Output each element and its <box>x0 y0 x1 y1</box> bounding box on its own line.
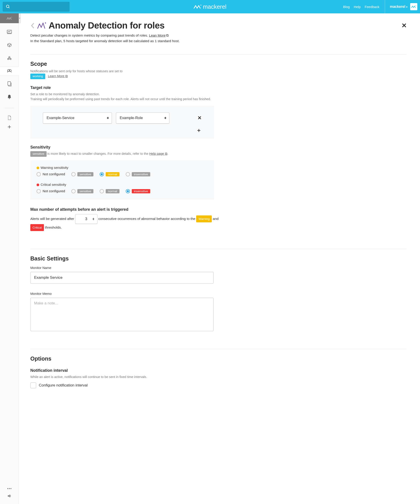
sidebar-item-dashboards[interactable] <box>0 28 19 36</box>
svg-point-20 <box>11 488 11 489</box>
status-badge-working: working <box>30 74 45 79</box>
sidebar-more-icon[interactable] <box>7 488 12 489</box>
sidebar-item-new-doc[interactable] <box>0 115 19 121</box>
attempts-text: Alerts will be generated after 3 consecu… <box>30 214 224 231</box>
critical-radio-sensitive[interactable] <box>71 189 76 193</box>
learn-more-link[interactable]: Lean More⧉ <box>149 33 168 37</box>
service-select[interactable]: Example-Service <box>43 112 112 124</box>
sensitivity-heading: Sensitivity <box>30 145 407 150</box>
sensitive-badge: sensitive <box>30 151 47 157</box>
svg-point-3 <box>415 6 416 6</box>
external-link-icon: ⧉ <box>65 74 68 78</box>
svg-point-9 <box>10 58 11 60</box>
sidebar-collapse-icon[interactable] <box>7 495 11 497</box>
svg-point-4 <box>11 17 12 18</box>
scope-note: Notifications will be sent only for host… <box>30 69 407 79</box>
search-icon <box>6 5 10 9</box>
svg-point-2 <box>201 5 201 6</box>
attempts-value: 3 <box>85 215 87 223</box>
org-avatar <box>410 3 417 10</box>
back-chevron-icon[interactable] <box>30 23 35 29</box>
target-note: Set a role to be monitored by anomaly de… <box>30 92 224 102</box>
critical-threshold-badge: Critical <box>30 224 44 231</box>
help-page-link[interactable]: Help page ⧉ <box>149 152 167 156</box>
basic-settings-heading: Basic Settings <box>30 255 407 262</box>
critical-radio-normal[interactable] <box>100 189 104 193</box>
sidebar-item-monitors[interactable] <box>0 66 19 75</box>
svg-point-19 <box>9 488 10 489</box>
target-role-heading: Target role <box>30 85 407 90</box>
sidebar-item-alerts[interactable] <box>0 92 19 101</box>
target-role-panel: Example-Service Example-Role ✕ ＋ <box>30 106 214 139</box>
scope-learn-more-link[interactable]: Learn More ⧉ <box>48 74 68 78</box>
brand-text: mackerel <box>203 3 226 10</box>
add-role-icon[interactable]: ＋ <box>43 127 201 134</box>
anomaly-icon <box>37 22 46 30</box>
monitor-name-label: Monitor Name <box>30 266 407 270</box>
warning-sensitivity-label: Warning sensitivity <box>36 166 208 169</box>
sidebar-item-channels[interactable] <box>0 79 19 88</box>
warning-radio-none[interactable] <box>36 172 41 176</box>
remove-role-icon[interactable]: ✕ <box>197 115 201 121</box>
blog-link[interactable]: Blog <box>343 5 350 9</box>
svg-point-22 <box>45 22 46 24</box>
notification-interval-note: While an alert is active, notifications … <box>30 374 407 379</box>
notification-interval-checkbox-label: Configure notification interval <box>39 383 88 388</box>
svg-line-13 <box>11 71 11 72</box>
role-select[interactable]: Example-Role <box>116 112 169 124</box>
warning-radio-insensitive[interactable] <box>126 172 130 176</box>
page-title: Anomaly Detection for roles <box>49 20 165 30</box>
warning-threshold-badge: Warning <box>196 216 212 222</box>
sidebar-item-hosts[interactable] <box>0 41 19 49</box>
critical-radio-none[interactable] <box>36 189 41 193</box>
help-link[interactable]: Help <box>354 5 361 9</box>
svg-line-12 <box>7 71 8 72</box>
critical-sensitivity-label: Critical sensitivity <box>36 183 208 186</box>
critical-radio-insensitive[interactable] <box>126 189 130 193</box>
search-input[interactable] <box>3 2 70 12</box>
org-switcher[interactable]: mackerel▼ <box>385 0 417 13</box>
warning-radio-normal[interactable] <box>100 172 104 176</box>
org-name: mackerel <box>390 5 405 8</box>
svg-point-0 <box>6 5 9 8</box>
sensitivity-panel: Warning sensitivity Not configured sensi… <box>30 160 214 200</box>
external-link-icon: ⧉ <box>165 152 167 156</box>
monitor-name-value: Example Service <box>34 276 63 280</box>
monitor-name-input[interactable]: Example Service <box>30 272 213 284</box>
main-content: Anomaly Detection for roles ✕ Detect pec… <box>19 13 420 504</box>
sidebar-org-icon[interactable] <box>0 13 19 23</box>
monitor-memo-input[interactable]: Make a note... <box>30 298 213 331</box>
warning-sensitivity-options: Not configured sensitive normal insensit… <box>36 172 208 176</box>
mackerel-logo-icon <box>194 4 201 10</box>
close-icon[interactable]: ✕ <box>402 22 407 29</box>
role-select-value: Example-Role <box>120 116 143 120</box>
svg-rect-14 <box>8 82 11 85</box>
attempts-heading: Max number of attempts before an alert i… <box>30 207 407 212</box>
topbar-links: Blog Help Feedback mackerel▼ <box>343 0 417 13</box>
monitor-memo-label: Monitor Memo <box>30 292 407 295</box>
svg-point-18 <box>7 488 8 489</box>
critical-sensitivity-options: Not configured sensitive normal insensit… <box>36 189 208 193</box>
intro-text: Detect peculiar changes in system metric… <box>30 33 407 44</box>
svg-point-15 <box>9 98 10 99</box>
svg-point-8 <box>7 58 9 60</box>
brand-logo[interactable]: mackerel <box>194 3 226 10</box>
svg-line-1 <box>9 7 10 8</box>
select-caret-icon <box>107 117 109 119</box>
chevron-down-icon <box>19 18 20 19</box>
select-caret-icon <box>165 117 166 119</box>
service-select-value: Example-Service <box>47 116 74 120</box>
scope-heading: Scope <box>30 61 407 67</box>
external-link-icon: ⧉ <box>166 33 169 38</box>
attempts-select[interactable]: 3 <box>75 214 97 224</box>
sidebar-item-add[interactable] <box>0 125 19 129</box>
notification-interval-checkbox[interactable] <box>30 383 36 388</box>
sensitivity-note: sensitive is more likely to react to sma… <box>30 151 224 157</box>
feedback-link[interactable]: Feedback <box>365 5 379 9</box>
options-heading: Options <box>30 355 407 362</box>
sidebar-item-services[interactable] <box>0 54 19 62</box>
warning-radio-sensitive[interactable] <box>71 172 76 176</box>
topbar: mackerel Blog Help Feedback mackerel▼ <box>0 0 420 13</box>
select-caret-icon <box>93 218 94 220</box>
notification-interval-heading: Notification interval <box>30 368 407 373</box>
